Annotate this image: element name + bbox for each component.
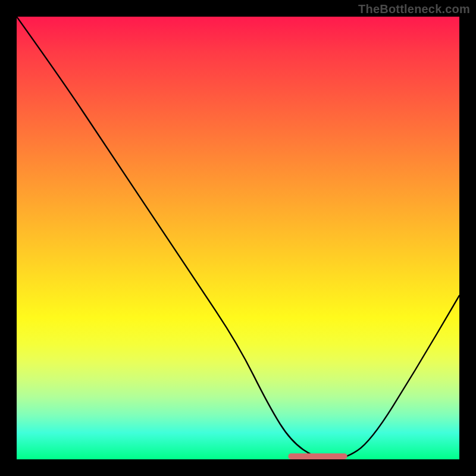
chart-frame: TheBottleneck.com <box>0 0 476 476</box>
bottleneck-curve-svg <box>17 17 459 459</box>
bottleneck-curve-line <box>17 17 459 459</box>
watermark-text: TheBottleneck.com <box>358 2 470 16</box>
